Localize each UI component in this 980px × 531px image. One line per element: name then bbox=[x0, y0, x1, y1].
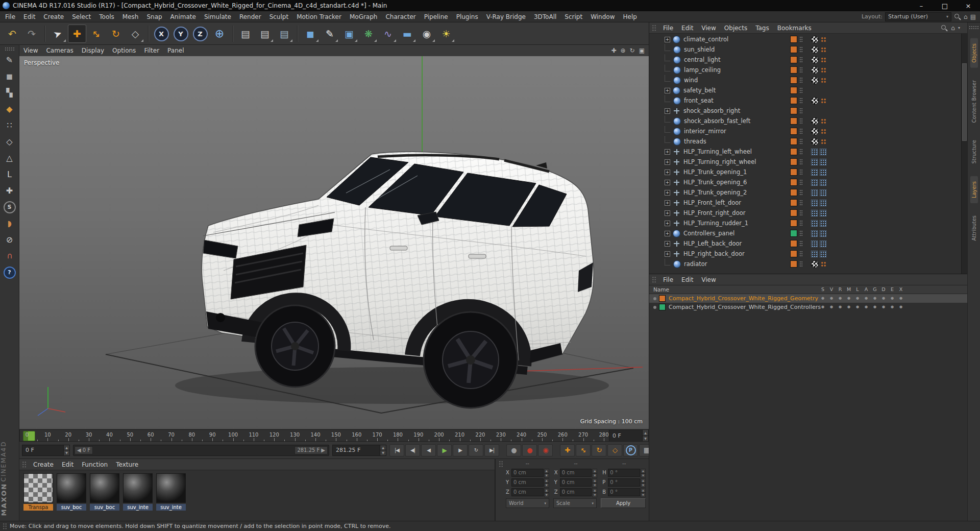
expander-icon[interactable]: + bbox=[665, 37, 670, 42]
keyframe-dots-icon[interactable] bbox=[821, 261, 826, 267]
minimize-button[interactable]: – bbox=[910, 0, 933, 11]
step-up-icon[interactable]: ▲ bbox=[592, 469, 597, 473]
step-down-icon[interactable]: ▼ bbox=[641, 493, 646, 497]
value-stepper[interactable]: ▲▼ bbox=[592, 469, 597, 477]
object-row-central_light[interactable]: central_light bbox=[649, 55, 962, 65]
material-item[interactable]: suv_boc bbox=[90, 473, 119, 511]
viewport-menu-cameras[interactable]: Cameras bbox=[42, 45, 77, 56]
selection-tag-icon[interactable] bbox=[811, 189, 818, 196]
selection-tag-icon[interactable] bbox=[811, 251, 818, 257]
points-mode-button[interactable]: ∷ bbox=[2, 118, 18, 133]
layer-manager-menu-edit[interactable]: Edit bbox=[677, 274, 697, 285]
record-scale-toggle[interactable]: ↔ bbox=[576, 444, 591, 456]
display-toggle-icon[interactable] bbox=[811, 56, 819, 64]
close-button[interactable]: × bbox=[957, 0, 980, 11]
layer-color-chip[interactable] bbox=[790, 138, 797, 145]
timeline-ruler[interactable]: 0102030405060708090100110120130140150160… bbox=[19, 429, 649, 442]
coord-2-p-input[interactable]: 0 ° bbox=[608, 478, 640, 487]
layer-color-chip[interactable] bbox=[790, 209, 797, 216]
selection-tag-icon[interactable] bbox=[820, 220, 826, 227]
size-mode-select[interactable]: Scale▾ bbox=[553, 498, 597, 508]
record-objects-button[interactable]: ● bbox=[506, 444, 521, 456]
range-start-grip[interactable]: ◀ 0 F bbox=[75, 446, 93, 454]
object-manager-menu-view[interactable]: View bbox=[697, 22, 720, 33]
add-generator-button[interactable]: ❋ bbox=[359, 25, 378, 43]
keyframe-dots-icon[interactable] bbox=[821, 139, 826, 144]
display-toggle-icon[interactable] bbox=[811, 97, 819, 105]
layer-color-chip[interactable] bbox=[790, 87, 797, 94]
layer-toggle-g[interactable]: ● bbox=[871, 294, 879, 303]
layer-toggle-l[interactable]: ● bbox=[853, 303, 862, 311]
selection-tag-icon[interactable] bbox=[811, 169, 818, 176]
menu-3dtoall[interactable]: 3DToAll bbox=[530, 11, 560, 22]
menu-edit[interactable]: Edit bbox=[19, 11, 39, 22]
side-tab-objects[interactable]: Objects bbox=[970, 38, 978, 68]
make-editable-button[interactable]: ✎ bbox=[2, 53, 18, 67]
lock-y-axis-button[interactable]: Y bbox=[172, 25, 190, 43]
timeline-frame-stepper[interactable]: ▲▼ bbox=[642, 430, 648, 441]
menu-character[interactable]: Character bbox=[381, 11, 420, 22]
object-row-sun_shield[interactable]: sun_shield bbox=[649, 44, 962, 55]
layer-toggle-e[interactable]: ● bbox=[888, 303, 896, 311]
step-up-icon[interactable]: ▲ bbox=[641, 478, 646, 483]
render-view-button[interactable]: ▤ bbox=[236, 25, 255, 43]
layer-color-chip[interactable] bbox=[659, 295, 666, 302]
object-row-HLP_Trunk_opening_2[interactable]: +HLP_Trunk_opening_2 bbox=[649, 187, 962, 198]
current-frame-field[interactable]: 0 F ▲▼ bbox=[22, 445, 70, 456]
layer-manager-drag-handle[interactable] bbox=[652, 276, 656, 283]
value-stepper[interactable]: ▲▼ bbox=[544, 488, 549, 496]
selection-tag-icon[interactable] bbox=[820, 230, 826, 237]
expander-icon[interactable]: + bbox=[665, 251, 670, 257]
undo-button[interactable]: ↶ bbox=[3, 25, 21, 43]
redo-button[interactable]: ↷ bbox=[22, 25, 41, 43]
materials-menu-texture[interactable]: Texture bbox=[112, 459, 142, 470]
add-subdivision-surface-button[interactable]: ▣ bbox=[340, 25, 358, 43]
expander-icon[interactable]: + bbox=[665, 88, 670, 93]
viewport-menu-options[interactable]: Options bbox=[108, 45, 140, 56]
coord-2-b-input[interactable]: 0 ° bbox=[608, 488, 640, 496]
selection-tag-icon[interactable] bbox=[820, 159, 826, 165]
material-item[interactable]: suv_inte bbox=[156, 473, 186, 511]
object-manager-menu-tags[interactable]: Tags bbox=[751, 22, 773, 33]
display-toggle-icon[interactable] bbox=[811, 77, 819, 84]
layer-toggle-m[interactable]: ● bbox=[845, 303, 853, 311]
layer-toggle-l[interactable]: ● bbox=[853, 294, 862, 303]
selection-tag-icon[interactable] bbox=[820, 189, 826, 196]
expander-icon[interactable]: + bbox=[665, 221, 670, 226]
add-environment-button[interactable]: ▬ bbox=[398, 25, 416, 43]
layer-toggle-a[interactable]: ● bbox=[862, 303, 870, 311]
home-icon[interactable]: ⌂ bbox=[964, 13, 968, 20]
step-up-icon[interactable]: ▲ bbox=[544, 469, 549, 473]
help-button[interactable]: ? bbox=[2, 265, 18, 280]
layer-color-chip[interactable] bbox=[790, 168, 797, 176]
object-row-shock_absorb_fast_left[interactable]: shock_absorb_fast_left bbox=[649, 116, 962, 126]
step-up-icon[interactable]: ▲ bbox=[641, 469, 646, 473]
side-tab-attributes[interactable]: Attributes bbox=[970, 210, 978, 246]
next-frame-button[interactable]: ▶ bbox=[453, 444, 468, 456]
selection-tag-icon[interactable] bbox=[820, 149, 826, 155]
layer-toggle-v[interactable]: ● bbox=[827, 303, 836, 311]
selection-tag-icon[interactable] bbox=[811, 200, 818, 206]
enable-axis-button[interactable]: ✚ bbox=[2, 183, 18, 198]
layer-toggle-x[interactable]: ● bbox=[897, 294, 905, 303]
step-up-icon[interactable]: ▲ bbox=[592, 488, 597, 493]
scale-tool[interactable]: ↔ bbox=[87, 25, 106, 43]
material-item[interactable]: suv_inte bbox=[123, 473, 153, 511]
keyframe-dots-icon[interactable] bbox=[821, 78, 826, 83]
side-tab-layers[interactable]: Layers bbox=[970, 176, 978, 203]
workplane-mode-button[interactable]: ◆ bbox=[2, 102, 18, 116]
coord-2-h-input[interactable]: 0 ° bbox=[608, 469, 640, 477]
object-row-front_seat[interactable]: front_seat bbox=[649, 95, 962, 106]
object-row-HLP_right_back_door[interactable]: +HLP_right_back_door bbox=[649, 249, 962, 259]
object-row-radiator[interactable]: radiator bbox=[649, 259, 962, 269]
material-thumbnail[interactable] bbox=[23, 473, 53, 503]
menu-mesh[interactable]: Mesh bbox=[118, 11, 143, 22]
layer-toggle-a[interactable]: ● bbox=[862, 294, 870, 303]
zoom-view-icon[interactable]: ⊕ bbox=[621, 47, 626, 54]
layer-row[interactable]: Compact_Hybrid_Crossover_White_Rigged_Ge… bbox=[649, 294, 967, 303]
viewport-menu-panel[interactable]: Panel bbox=[163, 45, 188, 56]
object-row-wind[interactable]: wind bbox=[649, 75, 962, 85]
material-thumbnail[interactable] bbox=[156, 473, 186, 503]
layer-color-chip[interactable] bbox=[790, 220, 797, 227]
add-camera-button[interactable]: ◉ bbox=[418, 25, 436, 43]
